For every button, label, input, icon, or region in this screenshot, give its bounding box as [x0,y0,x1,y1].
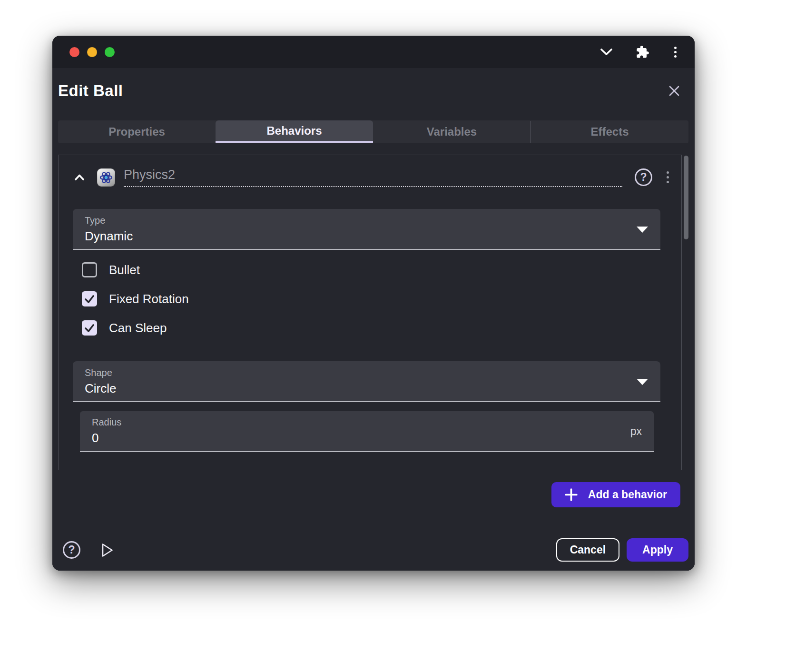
type-select[interactable]: Type Dynamic [73,209,660,250]
edit-ball-dialog: Edit Ball Properties Behaviors Variables… [52,68,695,571]
checkmark-icon [84,293,95,305]
apply-button[interactable]: Apply [627,538,688,562]
plus-icon [564,487,579,502]
close-window-button[interactable] [69,47,79,57]
panel-scrollbar[interactable] [684,156,688,471]
preview-button[interactable] [101,543,114,558]
add-behavior-label: Add a behavior [588,488,667,501]
physics-behavior-icon [97,168,115,187]
radius-unit: px [630,425,642,438]
dialog-help-button[interactable]: ? [63,541,80,559]
checkbox-group: Bullet Fixed Rotation Can Sleep [82,262,681,336]
behavior-name-field[interactable]: Physics2 [124,168,622,187]
checkbox-row-bullet[interactable]: Bullet [82,262,681,277]
tab-properties[interactable]: Properties [58,120,216,143]
zoom-window-button[interactable] [105,47,115,57]
checkbox-label: Bullet [109,263,140,277]
traffic-lights [69,47,115,57]
question-mark-icon: ? [68,544,75,556]
page-title: Edit Ball [58,82,123,100]
type-value: Dynamic [85,229,648,244]
question-mark-icon: ? [640,171,647,184]
checkbox-row-fixed-rotation[interactable]: Fixed Rotation [82,291,681,306]
tab-bar: Properties Behaviors Variables Effects [58,120,688,143]
checkbox-label: Can Sleep [109,321,167,336]
can-sleep-checkbox[interactable] [82,320,97,336]
atom-icon [99,170,113,185]
dialog-header: Edit Ball [58,81,688,101]
behaviors-list-panel: Physics2 ? Type Dynamic Bullet [58,155,682,470]
chevron-down-icon[interactable] [600,48,613,56]
close-icon [667,84,681,98]
extensions-puzzle-icon[interactable] [636,45,649,59]
tab-variables[interactable]: Variables [373,120,531,143]
minimize-window-button[interactable] [87,47,97,57]
checkmark-icon [84,322,95,334]
radius-label: Radius [92,417,641,428]
fixed-rotation-checkbox[interactable] [82,291,97,306]
dropdown-arrow-icon [637,379,648,385]
checkbox-label: Fixed Rotation [109,292,189,306]
cancel-button[interactable]: Cancel [556,538,619,562]
behavior-name: Physics2 [124,168,175,182]
tab-behaviors[interactable]: Behaviors [216,120,373,143]
collapse-behavior-button[interactable] [74,174,85,181]
dropdown-arrow-icon [637,227,648,233]
behavior-options-icon[interactable] [665,169,671,185]
browser-menu-icon[interactable] [672,45,678,59]
close-dialog-button[interactable] [667,84,681,98]
scrollbar-thumb[interactable] [684,156,688,239]
behavior-help-button[interactable]: ? [635,168,652,186]
type-label: Type [85,215,648,226]
radius-input[interactable]: Radius 0 px [80,411,654,452]
radius-value: 0 [92,431,641,445]
bullet-checkbox[interactable] [82,262,97,277]
shape-label: Shape [85,367,648,378]
titlebar [52,36,695,68]
play-icon [101,543,114,558]
behavior-header: Physics2 ? [74,168,671,187]
shape-select[interactable]: Shape Circle [73,361,660,402]
add-behavior-button[interactable]: Add a behavior [551,482,680,507]
chevron-up-icon [74,174,85,181]
checkbox-row-can-sleep[interactable]: Can Sleep [82,320,681,336]
tab-effects[interactable]: Effects [531,120,688,143]
shape-value: Circle [85,381,648,396]
dialog-footer: ? Cancel Apply [58,538,688,562]
edit-ball-window: Edit Ball Properties Behaviors Variables… [52,36,695,571]
